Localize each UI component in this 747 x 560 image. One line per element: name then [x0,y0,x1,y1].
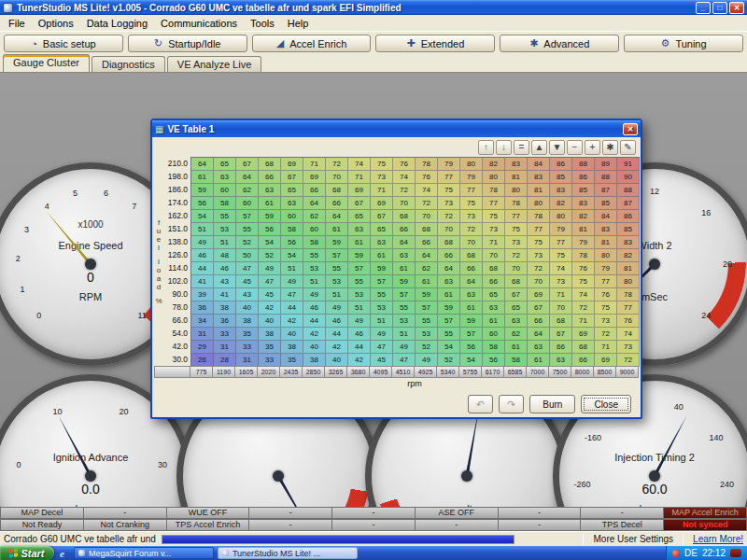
ve-cell[interactable]: 63 [483,301,505,315]
ve-cell[interactable]: 80 [550,210,572,223]
ve-cell[interactable]: 61 [348,236,371,249]
set-equal-icon[interactable]: = [514,140,529,155]
ve-cell[interactable]: 71 [595,341,617,354]
ve-cell[interactable]: 42 [303,328,326,341]
ve-cell[interactable]: 53 [348,288,371,301]
ve-cell[interactable]: 70 [550,301,572,315]
ve-cell[interactable]: 56 [460,341,483,354]
ve-cell[interactable]: 48 [214,249,236,262]
ve-cell[interactable]: 58 [303,236,326,249]
close-button[interactable]: ✕ [729,2,744,14]
ve-cell[interactable]: 61 [528,354,550,367]
ve-cell[interactable]: 73 [505,236,528,249]
ve-cell[interactable]: 84 [528,158,550,171]
ve-cell[interactable]: 53 [416,328,438,341]
ve-cell[interactable]: 52 [259,249,281,262]
rpm-axis-label[interactable]: 7000 [527,366,549,378]
ve-cell[interactable]: 73 [438,197,460,210]
ve-cell[interactable]: 51 [281,262,303,275]
ve-cell[interactable]: 72 [528,262,550,275]
ve-cell[interactable]: 77 [528,223,550,236]
ve-cell[interactable]: 46 [214,262,236,275]
ve-cell[interactable]: 68 [259,158,281,171]
ve-cell[interactable]: 64 [438,262,460,275]
ve-cell[interactable]: 61 [460,301,483,315]
ve-cell[interactable]: 72 [460,223,483,236]
ve-cell[interactable]: 65 [214,158,236,171]
ve-cell[interactable]: 57 [348,262,371,275]
ve-cell[interactable]: 84 [595,210,617,223]
rpm-axis-label[interactable]: 4925 [415,366,437,378]
rpm-axis-label[interactable]: 8500 [594,366,616,378]
ve-cell[interactable]: 68 [460,249,483,262]
rpm-axis-label[interactable]: 1190 [213,366,235,378]
ve-cell[interactable]: 47 [371,341,393,354]
ve-cell[interactable]: 68 [572,341,595,354]
ve-cell[interactable]: 63 [550,354,572,367]
ve-cell[interactable]: 38 [303,354,326,367]
ve-cell[interactable]: 66 [460,262,483,275]
toolbar-button-basic-setup[interactable]: ◔Basic setup [4,35,123,52]
ve-cell[interactable]: 52 [438,354,460,367]
ve-cell[interactable]: 55 [416,315,438,328]
ve-cell[interactable]: 74 [416,184,438,197]
ve-cell[interactable]: 54 [281,249,303,262]
ve-cell[interactable]: 38 [236,315,259,328]
ve-cell[interactable]: 61 [371,249,393,262]
language-indicator[interactable]: DE [684,548,698,558]
ve-cell[interactable]: 86 [572,171,595,184]
ve-cell[interactable]: 78 [572,249,595,262]
ve-cell[interactable]: 59 [191,184,214,197]
ve-cell[interactable]: 44 [191,262,214,275]
ve-cell[interactable]: 71 [550,288,572,301]
ve-cell[interactable]: 43 [214,275,236,288]
ve-cell[interactable]: 56 [191,197,214,210]
ve-cell[interactable]: 67 [281,171,303,184]
ve-cell[interactable]: 46 [326,315,348,328]
ve-cell[interactable]: 34 [191,315,214,328]
ve-cell[interactable]: 66 [483,275,505,288]
ve-cell[interactable]: 73 [550,275,572,288]
ve-cell[interactable]: 57 [371,275,393,288]
scale-down-icon[interactable]: ↓ [496,140,512,155]
ve-cell[interactable]: 54 [191,210,214,223]
ve-cell[interactable]: 61 [483,315,505,328]
ve-cell[interactable]: 86 [550,158,572,171]
ve-cell[interactable]: 76 [416,171,438,184]
ve-cell[interactable]: 69 [572,328,595,341]
ve-cell[interactable]: 82 [550,197,572,210]
ve-cell[interactable]: 40 [259,315,281,328]
ve-cell[interactable]: 63 [259,184,281,197]
ve-cell[interactable]: 85 [617,223,640,236]
ve-cell[interactable]: 28 [214,354,236,367]
ve-cell[interactable]: 75 [528,236,550,249]
minus-icon[interactable]: − [567,140,583,155]
menu-options[interactable]: Options [32,16,80,31]
ve-cell[interactable]: 59 [416,288,438,301]
ve-cell[interactable]: 81 [572,223,595,236]
ve-cell[interactable]: 67 [371,210,393,223]
ve-cell[interactable]: 67 [528,301,550,315]
rpm-axis-label[interactable]: 3265 [325,366,347,378]
ve-cell[interactable]: 78 [483,184,505,197]
burn-button[interactable]: Burn [529,395,575,413]
ve-cell[interactable]: 81 [528,184,550,197]
ve-cell[interactable]: 57 [460,328,483,341]
ve-cell[interactable]: 83 [505,158,528,171]
ve-cell[interactable]: 57 [393,288,416,301]
ve-cell[interactable]: 56 [259,223,281,236]
ve-cell[interactable]: 79 [572,236,595,249]
ve-cell[interactable]: 63 [528,341,550,354]
scale-up-icon[interactable]: ↑ [478,140,494,155]
ve-cell[interactable]: 45 [371,354,393,367]
menu-tools[interactable]: Tools [244,16,281,31]
ve-cell[interactable]: 29 [191,341,214,354]
ve-cell[interactable]: 49 [348,315,371,328]
ve-cell[interactable]: 72 [595,328,617,341]
ve-cell[interactable]: 63 [348,223,371,236]
ve-cell[interactable]: 59 [438,301,460,315]
ve-cell[interactable]: 69 [281,158,303,171]
ve-cell[interactable]: 55 [303,249,326,262]
tray-alert-icon[interactable] [730,549,741,557]
start-button[interactable]: Start [0,546,54,560]
